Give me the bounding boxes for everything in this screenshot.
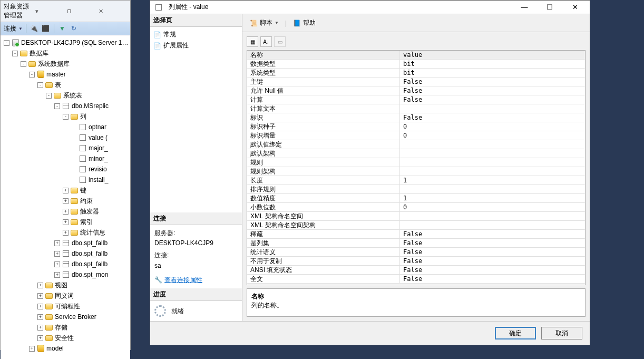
- property-row[interactable]: 名称value: [247, 51, 585, 60]
- expand-toggle[interactable]: -: [29, 72, 35, 77]
- page-extended[interactable]: 📄扩展属性: [153, 40, 239, 51]
- connect-icon[interactable]: 🔌: [30, 24, 39, 33]
- property-value[interactable]: False: [400, 239, 585, 247]
- expand-toggle[interactable]: +: [37, 283, 43, 288]
- property-row[interactable]: 标识False: [247, 113, 585, 122]
- page-general[interactable]: 📄常规: [153, 29, 239, 40]
- property-value[interactable]: [400, 221, 585, 229]
- expand-toggle[interactable]: +: [37, 325, 43, 331]
- tree-item[interactable]: +dbo.spt_mon: [1, 269, 130, 280]
- cancel-button[interactable]: 取消: [541, 327, 582, 339]
- tree-item[interactable]: optnar: [1, 122, 130, 132]
- property-row[interactable]: 小数位数0: [247, 203, 585, 212]
- property-row[interactable]: XML 架构命名空间架构: [247, 221, 585, 230]
- property-value[interactable]: value: [400, 51, 585, 59]
- property-value[interactable]: 1: [400, 176, 585, 185]
- property-row[interactable]: 规则架构: [247, 167, 585, 176]
- tree-item[interactable]: -DESKTOP-LK4CJP9 (SQL Server 1…: [1, 37, 130, 48]
- minimize-button[interactable]: —: [514, 1, 535, 14]
- property-row[interactable]: 默认架构: [247, 149, 585, 158]
- tree-item[interactable]: -dbo.MSreplic: [1, 101, 130, 111]
- property-value[interactable]: False: [400, 86, 585, 95]
- property-row[interactable]: ANSI 填充状态False: [247, 266, 585, 275]
- ok-button[interactable]: 确定: [495, 327, 536, 339]
- property-value[interactable]: [400, 140, 585, 149]
- property-row[interactable]: 标识种子0: [247, 122, 585, 131]
- expand-toggle[interactable]: +: [29, 346, 35, 352]
- expand-toggle[interactable]: +: [37, 304, 43, 309]
- close-icon[interactable]: ✕: [99, 8, 127, 15]
- property-row[interactable]: 默认值绑定: [247, 140, 585, 149]
- tree-item[interactable]: +视图: [1, 280, 130, 290]
- tree-item[interactable]: +约束: [1, 196, 130, 206]
- connect-label[interactable]: 连接: [4, 24, 16, 33]
- expand-toggle[interactable]: -: [46, 93, 52, 99]
- tree-item[interactable]: -master: [1, 69, 130, 80]
- property-value[interactable]: [400, 167, 585, 176]
- property-value[interactable]: [400, 158, 585, 167]
- property-grid[interactable]: 名称value数据类型bit系统类型bit主键False允许 Null 值Fal…: [247, 50, 586, 285]
- expand-toggle[interactable]: -: [37, 82, 43, 88]
- tree-item[interactable]: value (: [1, 132, 130, 143]
- property-value[interactable]: 1: [400, 194, 585, 202]
- property-row[interactable]: 计算False: [247, 95, 585, 104]
- property-value[interactable]: 0: [400, 131, 585, 140]
- tree-item[interactable]: revisio: [1, 164, 130, 174]
- expand-toggle[interactable]: -: [12, 51, 18, 56]
- property-value[interactable]: False: [400, 95, 585, 104]
- property-row[interactable]: 数据类型bit: [247, 60, 585, 69]
- tree-item[interactable]: +索引: [1, 217, 130, 227]
- expand-toggle[interactable]: +: [37, 335, 43, 341]
- expand-toggle[interactable]: -: [63, 114, 69, 120]
- property-value[interactable]: [400, 149, 585, 158]
- pin-icon[interactable]: ▾: [35, 8, 64, 15]
- expand-toggle[interactable]: +: [54, 251, 60, 257]
- alphabetize-button[interactable]: A↓: [260, 36, 272, 47]
- property-row[interactable]: 允许 Null 值False: [247, 86, 585, 95]
- tree-item[interactable]: -数据库: [1, 48, 130, 59]
- property-value[interactable]: False: [400, 230, 585, 238]
- tree-item[interactable]: +安全性: [1, 333, 130, 343]
- expand-toggle[interactable]: -: [21, 61, 26, 67]
- property-row[interactable]: 长度1: [247, 176, 585, 185]
- property-value[interactable]: False: [400, 257, 585, 265]
- property-value[interactable]: bit: [400, 60, 585, 68]
- property-row[interactable]: 不用于复制False: [247, 257, 585, 266]
- property-value[interactable]: [400, 185, 585, 193]
- property-value[interactable]: False: [400, 248, 585, 256]
- property-row[interactable]: 稀疏False: [247, 230, 585, 239]
- help-button[interactable]: 📘 帮助: [290, 17, 319, 28]
- property-row[interactable]: 计算文本: [247, 104, 585, 113]
- expand-toggle[interactable]: +: [37, 314, 43, 320]
- property-value[interactable]: False: [400, 275, 585, 283]
- tree-item[interactable]: +统计信息: [1, 227, 130, 238]
- tree-item[interactable]: +存储: [1, 322, 130, 333]
- tree-item[interactable]: -列: [1, 111, 130, 122]
- expand-toggle[interactable]: +: [63, 209, 69, 215]
- expand-toggle[interactable]: +: [63, 219, 69, 225]
- tree-item[interactable]: minor_: [1, 153, 130, 164]
- property-value[interactable]: 0: [400, 122, 585, 131]
- property-row[interactable]: XML 架构命名空间: [247, 212, 585, 221]
- property-value[interactable]: [400, 104, 585, 113]
- property-row[interactable]: 数值精度1: [247, 194, 585, 203]
- property-row[interactable]: 主键False: [247, 77, 585, 86]
- property-row[interactable]: 标识增量0: [247, 131, 585, 140]
- tree-item[interactable]: install_: [1, 174, 130, 185]
- tree-item[interactable]: -系统数据库: [1, 59, 130, 69]
- property-pages-button[interactable]: ▭: [274, 36, 286, 47]
- expand-toggle[interactable]: +: [63, 198, 69, 204]
- property-value[interactable]: False: [400, 77, 585, 86]
- property-row[interactable]: 规则: [247, 158, 585, 167]
- property-value[interactable]: [400, 212, 585, 220]
- property-row[interactable]: 排序规则: [247, 185, 585, 194]
- chevron-down-icon[interactable]: ▼: [275, 21, 279, 25]
- tree-item[interactable]: +键: [1, 185, 130, 196]
- tree-item[interactable]: +可编程性: [1, 301, 130, 312]
- autohide-icon[interactable]: ⊓: [67, 8, 95, 15]
- view-connection-link[interactable]: 查看连接属性: [164, 275, 202, 285]
- disconnect-icon[interactable]: ⬛: [41, 24, 51, 33]
- property-value[interactable]: 0: [400, 203, 585, 211]
- expand-toggle[interactable]: +: [63, 188, 69, 193]
- expand-toggle[interactable]: +: [54, 272, 60, 278]
